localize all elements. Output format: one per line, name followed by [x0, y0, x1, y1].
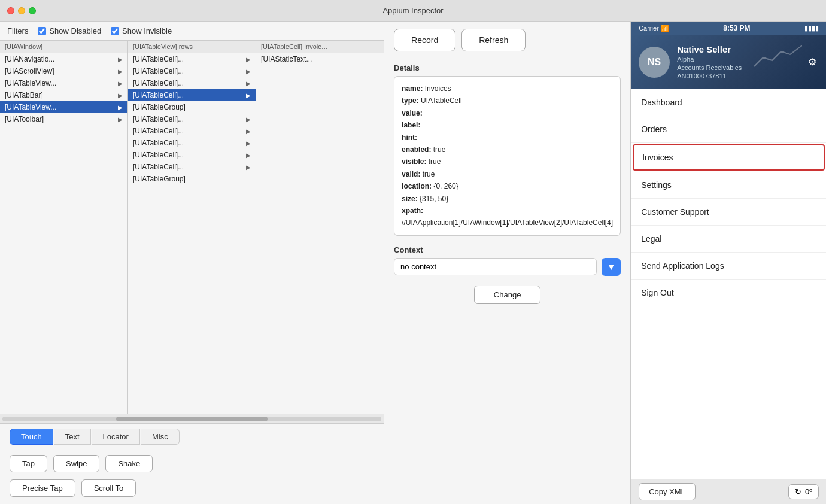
- col3-header: [UIATableCell] Invoic…: [256, 41, 384, 53]
- copy-xml-button[interactable]: Copy XML: [639, 483, 696, 500]
- chevron-right-icon: ▶: [246, 152, 251, 159]
- tree-item[interactable]: [UIATableCell]... ▶: [128, 137, 256, 149]
- carrier-label: Carrier 📶: [639, 25, 669, 32]
- left-panel: Filters Show Disabled Show Invisible [UI…: [0, 22, 384, 504]
- show-disabled-input[interactable]: [38, 27, 46, 35]
- tree-item[interactable]: [UIATableCell]... ▶: [128, 125, 256, 137]
- menu-item-settings[interactable]: Settings: [631, 172, 826, 199]
- tree-col-3: [UIATableCell] Invoic… [UIAStaticText...: [256, 41, 384, 414]
- tree-item[interactable]: [UIATableView... ▶: [0, 77, 127, 89]
- precise-tap-button[interactable]: Precise Tap: [10, 479, 75, 497]
- top-buttons: Record Refresh: [384, 22, 630, 59]
- menu-item-orders[interactable]: Orders: [631, 116, 826, 143]
- tree-item[interactable]: [UIAToolbar] ▶: [0, 113, 127, 125]
- chevron-right-icon: ▶: [118, 56, 123, 63]
- battery-icon: ▮▮▮▮: [804, 25, 819, 32]
- tree-item[interactable]: [UIAScrollView] ▶: [0, 65, 127, 77]
- tree-item[interactable]: [UIATableCell]... ▶: [128, 161, 256, 173]
- scroll-to-button[interactable]: Scroll To: [81, 479, 136, 497]
- right-panel: Record Refresh Details name: Invoices ty…: [384, 22, 631, 504]
- menu-item-legal[interactable]: Legal: [631, 226, 826, 253]
- action-buttons-row1: Tap Swipe Shake: [0, 450, 384, 477]
- tap-button[interactable]: Tap: [10, 455, 47, 472]
- menu-item-dashboard[interactable]: Dashboard: [631, 89, 826, 116]
- filters-label: Filters: [7, 26, 28, 35]
- context-dropdown[interactable]: no context: [394, 258, 597, 275]
- profile-avatar: NS: [639, 47, 670, 78]
- ios-bottom-toolbar: Copy XML ↻ 0º: [631, 479, 826, 504]
- tree-col-1: [UIAWindow] [UIANavigatio... ▶ [UIAScrol…: [0, 41, 128, 414]
- chevron-right-icon: ▶: [246, 92, 251, 99]
- close-button[interactable]: [7, 7, 14, 14]
- menu-item-send-logs[interactable]: Send Application Logs: [631, 253, 826, 280]
- show-invisible-input[interactable]: [111, 27, 119, 35]
- chevron-down-icon: ▼: [607, 262, 615, 272]
- scrollbar-track: [2, 417, 381, 421]
- context-label: Context: [394, 245, 621, 254]
- maximize-button[interactable]: [29, 7, 36, 14]
- interaction-tabs: Touch Text Locator Misc: [0, 424, 384, 450]
- rotation-control[interactable]: ↻ 0º: [788, 484, 819, 499]
- context-section: Context no context ▼: [384, 241, 630, 281]
- tree-item[interactable]: [UIATableCell]... ▶: [128, 65, 256, 77]
- refresh-icon: ↻: [795, 487, 801, 496]
- menu-item-invoices[interactable]: Invoices: [633, 144, 825, 171]
- profile-bg-chart: [754, 40, 802, 69]
- tree-item[interactable]: [UIATableCell]... ▶: [128, 149, 256, 161]
- col2-header: [UIATableView] rows: [128, 41, 256, 53]
- chevron-right-icon: ▶: [246, 80, 251, 87]
- action-buttons-row2: Precise Tap Scroll To: [0, 477, 384, 504]
- ios-menu: Dashboard Orders Invoices Settings Custo…: [631, 89, 826, 479]
- tab-misc[interactable]: Misc: [141, 429, 180, 445]
- show-invisible-checkbox[interactable]: Show Invisible: [111, 26, 172, 35]
- scrollbar-thumb: [116, 417, 268, 421]
- tab-touch[interactable]: Touch: [10, 429, 53, 445]
- ios-panel: Carrier 📶 8:53 PM ▮▮▮▮ NS Native Seller …: [631, 22, 826, 504]
- tree-item[interactable]: [UIATableGroup]: [128, 101, 256, 113]
- horizontal-scrollbar[interactable]: [0, 414, 384, 424]
- titlebar: Appium Inspector: [0, 0, 826, 22]
- tree-item[interactable]: [UIAStaticText...: [256, 53, 384, 65]
- ios-status-bar: Carrier 📶 8:53 PM ▮▮▮▮: [631, 22, 826, 35]
- tree-item-selected[interactable]: [UIATableCell]... ▶: [128, 89, 256, 101]
- chevron-right-icon: ▶: [118, 104, 123, 111]
- chevron-right-icon: ▶: [118, 68, 123, 75]
- rotation-value: 0º: [805, 487, 812, 496]
- profile-account: AN01000737811: [677, 72, 798, 80]
- tree-item[interactable]: [UIANavigatio... ▶: [0, 53, 127, 65]
- tree-item[interactable]: [UIATableCell]... ▶: [128, 53, 256, 65]
- show-disabled-label: Show Disabled: [49, 26, 101, 35]
- show-disabled-checkbox[interactable]: Show Disabled: [38, 26, 101, 35]
- context-select-wrap: no context ▼: [394, 258, 621, 276]
- filters-bar: Filters Show Disabled Show Invisible: [0, 22, 384, 41]
- tree-item[interactable]: [UIATabBar] ▶: [0, 89, 127, 101]
- tree-item[interactable]: [UIATableGroup]: [128, 173, 256, 185]
- show-invisible-label: Show Invisible: [122, 26, 172, 35]
- chevron-right-icon: ▶: [118, 116, 123, 123]
- traffic-lights: [7, 7, 36, 14]
- tab-locator[interactable]: Locator: [92, 429, 140, 445]
- menu-item-sign-out[interactable]: Sign Out: [631, 280, 826, 306]
- minimize-button[interactable]: [18, 7, 25, 14]
- tree-item[interactable]: [UIATableCell]... ▶: [128, 113, 256, 125]
- ios-profile-header: NS Native Seller Alpha Accounts Receivab…: [631, 35, 826, 89]
- tree-item[interactable]: [UIATableCell]... ▶: [128, 77, 256, 89]
- chevron-right-icon: ▶: [246, 116, 251, 123]
- change-button[interactable]: Change: [474, 286, 541, 304]
- chevron-right-icon: ▶: [246, 140, 251, 147]
- main-content: Filters Show Disabled Show Invisible [UI…: [0, 22, 826, 504]
- window-title: Appium Inspector: [382, 6, 443, 15]
- chevron-right-icon: ▶: [118, 92, 123, 99]
- details-box: name: Invoices type: UIATableCell value:…: [394, 76, 621, 236]
- shake-button[interactable]: Shake: [105, 455, 153, 472]
- refresh-button[interactable]: Refresh: [461, 29, 526, 51]
- ios-time: 8:53 PM: [723, 24, 750, 32]
- chevron-right-icon: ▶: [246, 128, 251, 135]
- tab-text[interactable]: Text: [54, 429, 91, 445]
- menu-item-customer-support[interactable]: Customer Support: [631, 199, 826, 226]
- context-arrow-button[interactable]: ▼: [602, 258, 621, 276]
- filter-icon[interactable]: ⚙: [806, 54, 819, 70]
- tree-item-selected[interactable]: [UIATableView... ▶: [0, 101, 127, 113]
- record-button[interactable]: Record: [394, 29, 455, 51]
- swipe-button[interactable]: Swipe: [53, 455, 99, 472]
